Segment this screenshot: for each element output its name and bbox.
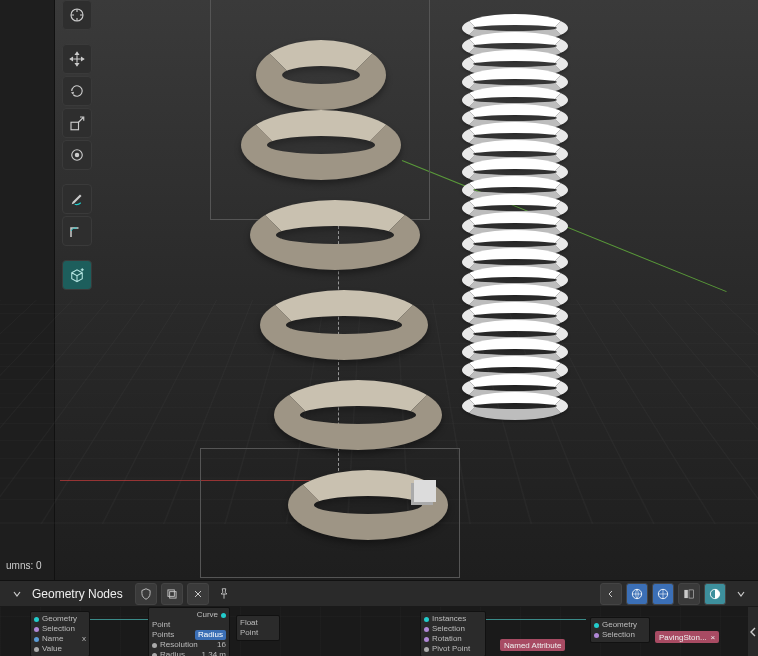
editor-type-dropdown[interactable] — [6, 583, 28, 605]
status-text: umns: 0 — [6, 560, 42, 571]
cube-icon — [68, 266, 86, 284]
node-wire — [486, 619, 586, 620]
svg-rect-4 — [169, 591, 175, 597]
svg-rect-8 — [684, 589, 688, 597]
scale-tool[interactable] — [62, 108, 92, 138]
node-row-label: Point — [152, 620, 170, 630]
arrow-left-button[interactable] — [600, 583, 622, 605]
geometry-nodes-editor[interactable]: Geometry Nodes — [0, 580, 758, 656]
node-row-label: Selection — [432, 624, 465, 634]
node-row-label: Point — [240, 628, 258, 638]
3d-viewport[interactable] — [0, 0, 758, 580]
node-float-point[interactable]: Float Point — [236, 615, 280, 641]
node-field-value[interactable]: Radius — [195, 630, 226, 640]
annotate-icon — [68, 190, 86, 208]
shield-button[interactable] — [135, 583, 157, 605]
chevron-down-icon — [736, 589, 746, 599]
node-field-value[interactable]: 1.34 m — [202, 650, 226, 656]
panel-left-icon — [682, 587, 696, 601]
node-row-label: Selection — [602, 630, 635, 640]
rotate-tool[interactable] — [62, 76, 92, 106]
node-row-label: Points — [152, 630, 174, 640]
svg-rect-9 — [689, 589, 694, 597]
annotate-tool[interactable] — [62, 184, 92, 214]
node-wire — [90, 619, 148, 620]
cursor-icon — [68, 6, 86, 24]
panel-toggle-right[interactable] — [704, 583, 726, 605]
move-tool[interactable] — [62, 44, 92, 74]
panel-right-icon — [708, 587, 722, 601]
node-instances[interactable]: Instances Selection Rotation Pivot Point — [420, 611, 486, 656]
move-icon — [68, 50, 86, 68]
measure-tool[interactable] — [62, 216, 92, 246]
chevron-down-icon — [12, 589, 22, 599]
pin-icon — [217, 587, 231, 601]
node-row-label: Value — [42, 644, 62, 654]
node-row-label: Float — [240, 618, 258, 628]
node-badge-named-attribute[interactable]: Named Attribute — [500, 639, 565, 651]
editor-title: Geometry Nodes — [32, 587, 123, 601]
transform-icon — [68, 146, 86, 164]
svg-point-3 — [75, 153, 80, 158]
panel-toggle-overlay[interactable] — [678, 583, 700, 605]
node-row-label: Geometry — [602, 620, 637, 630]
node-field-value[interactable]: x — [82, 634, 86, 644]
node-row-label: Rotation — [432, 634, 462, 644]
measure-icon — [68, 222, 86, 240]
default-cube[interactable] — [414, 480, 436, 502]
node-row-label: Instances — [432, 614, 466, 624]
svg-rect-1 — [71, 122, 79, 130]
scale-icon — [68, 114, 86, 132]
cursor-tool[interactable] — [62, 0, 92, 30]
node-named-attribute[interactable]: Geometry Selection Namex Value — [30, 611, 90, 656]
node-row-label: Pivot Point — [432, 644, 470, 654]
node-editor-collapse-handle[interactable] — [748, 607, 758, 656]
viewport-toolbar — [62, 0, 92, 290]
duplicate-icon — [165, 587, 179, 601]
close-button[interactable] — [187, 583, 209, 605]
rotate-icon — [68, 82, 86, 100]
node-row-label: Resolution — [160, 640, 198, 650]
snap-globe-button-2[interactable] — [652, 583, 674, 605]
node-geometry-out[interactable]: Geometry Selection — [590, 617, 650, 643]
svg-rect-5 — [168, 589, 174, 595]
header-chevron[interactable] — [730, 583, 752, 605]
add-cube-tool[interactable] — [62, 260, 92, 290]
node-row-label: Radius — [160, 650, 185, 656]
spring-object-white[interactable] — [462, 14, 572, 419]
node-badge-paving[interactable]: PavingSton... × — [655, 631, 719, 643]
node-row-label: Geometry — [42, 614, 77, 624]
badge-label: PavingSton... — [659, 633, 707, 642]
shield-icon — [139, 587, 153, 601]
globe-icon — [630, 587, 644, 601]
node-curve[interactable]: Curve Point PointsRadius Resolution16 Ra… — [148, 607, 230, 656]
globe-icon — [656, 587, 670, 601]
node-field-value[interactable]: 16 — [217, 640, 226, 650]
close-icon — [192, 588, 204, 600]
node-row-label: Selection — [42, 624, 75, 634]
node-editor-header: Geometry Nodes — [0, 581, 758, 607]
snap-globe-button-1[interactable] — [626, 583, 648, 605]
chevron-left-icon — [749, 627, 757, 637]
arrow-left-icon — [605, 588, 617, 600]
transform-tool[interactable] — [62, 140, 92, 170]
node-header: Curve — [197, 610, 218, 620]
spiral-object-textured[interactable] — [246, 40, 426, 550]
node-graph-area[interactable]: Geometry Selection Namex Value Curve Poi… — [0, 607, 758, 656]
node-row-label: Name — [42, 634, 63, 644]
duplicate-button[interactable] — [161, 583, 183, 605]
pin-button[interactable] — [213, 583, 235, 605]
